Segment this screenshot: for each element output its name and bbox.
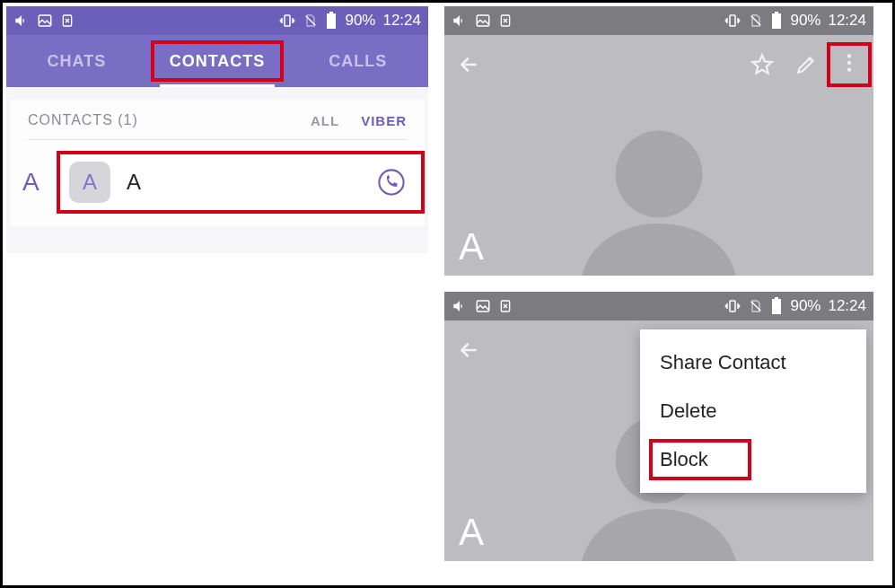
svg-point-5 — [379, 170, 403, 194]
svg-point-13 — [847, 67, 851, 71]
contact-detail-screen: 90% 12:24 A — [444, 6, 873, 276]
viber-call-icon[interactable] — [376, 167, 407, 197]
clock-text: 12:24 — [828, 12, 866, 30]
tabs-bar: CHATS CONTACTS CALLS — [6, 35, 428, 87]
image-icon — [475, 298, 491, 314]
status-bar: 90% 12:24 — [444, 6, 873, 35]
battery-text: 90% — [790, 297, 820, 315]
image-icon — [475, 13, 491, 29]
svg-point-14 — [616, 131, 703, 218]
tab-chats[interactable]: CHATS — [6, 35, 147, 87]
status-bar: 90% 12:24 — [6, 6, 428, 35]
overflow-menu: Share Contact Delete Block — [640, 329, 866, 493]
vibrate-icon — [724, 298, 741, 314]
sim-x-icon — [60, 13, 75, 29]
svg-rect-8 — [730, 15, 735, 26]
volume-icon — [452, 13, 468, 29]
star-icon[interactable] — [750, 52, 775, 77]
vibrate-icon — [724, 13, 741, 29]
clock-text: 12:24 — [382, 12, 421, 30]
contacts-count: CONTACTS (1) — [28, 112, 138, 128]
no-sim-icon — [303, 13, 318, 29]
contact-letter: A — [459, 511, 484, 554]
svg-rect-4 — [329, 12, 333, 13]
svg-rect-18 — [772, 299, 781, 314]
edit-icon[interactable] — [794, 53, 818, 76]
battery-icon — [770, 297, 783, 315]
avatar: A — [69, 162, 110, 203]
svg-rect-10 — [775, 12, 778, 13]
divider — [28, 139, 407, 140]
filter-viber[interactable]: VIBER — [361, 113, 407, 128]
contacts-pane: CONTACTS (1) ALL VIBER A A A — [6, 87, 428, 253]
no-sim-icon — [749, 13, 763, 29]
contact-letter: A — [459, 225, 484, 268]
contact-name: A — [127, 170, 141, 195]
svg-rect-19 — [775, 297, 778, 299]
menu-block[interactable]: Block — [640, 435, 866, 484]
menu-share-contact[interactable]: Share Contact — [640, 338, 866, 387]
battery-icon — [770, 12, 783, 30]
image-icon — [37, 13, 53, 29]
back-icon[interactable] — [457, 53, 480, 76]
sim-x-icon — [498, 298, 513, 314]
back-icon[interactable] — [457, 338, 480, 362]
highlight-box — [57, 151, 425, 214]
svg-rect-2 — [285, 15, 290, 26]
clock-text: 12:24 — [828, 297, 866, 315]
filter-all[interactable]: ALL — [311, 113, 339, 128]
svg-rect-9 — [772, 13, 781, 29]
svg-rect-17 — [730, 301, 735, 312]
section-letter: A — [22, 168, 62, 197]
battery-text: 90% — [345, 12, 375, 30]
volume-icon — [452, 298, 468, 314]
no-sim-icon — [749, 298, 763, 314]
volume-icon — [13, 13, 30, 29]
battery-icon — [325, 12, 338, 30]
contact-row[interactable]: A A — [62, 154, 419, 210]
more-icon[interactable] — [838, 51, 861, 75]
tab-contacts-label: CONTACTS — [170, 52, 266, 71]
status-bar: 90% 12:24 — [444, 292, 873, 320]
svg-point-12 — [847, 61, 851, 65]
svg-point-11 — [847, 54, 851, 57]
vibrate-icon — [278, 13, 296, 29]
contact-detail-menu-screen: 90% 12:24 A Share Contact Delete Block — [444, 292, 873, 561]
avatar-silhouette-icon — [560, 114, 758, 276]
battery-text: 90% — [790, 12, 820, 30]
menu-block-label: Block — [660, 448, 708, 470]
tab-calls[interactable]: CALLS — [287, 35, 428, 87]
svg-rect-3 — [327, 13, 336, 29]
sim-x-icon — [498, 13, 513, 29]
menu-delete[interactable]: Delete — [640, 387, 866, 435]
tab-contacts[interactable]: CONTACTS — [147, 35, 288, 87]
